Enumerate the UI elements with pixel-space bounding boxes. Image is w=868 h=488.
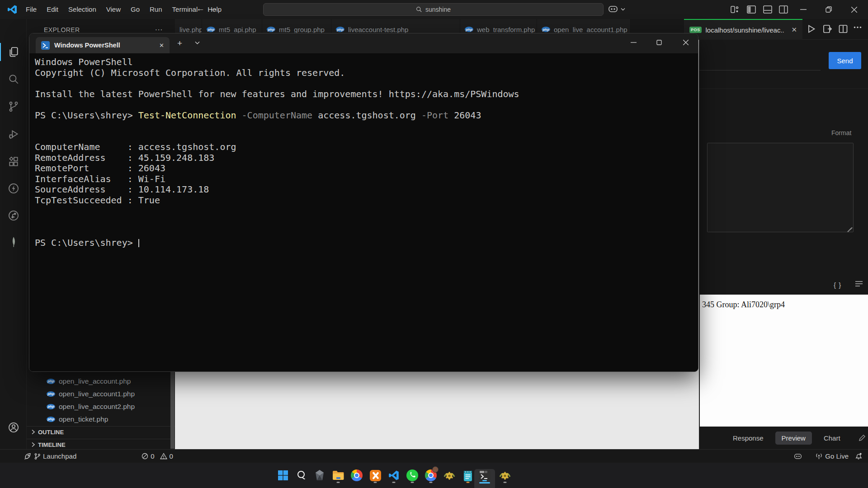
tab-label: mt5_api.php: [219, 26, 256, 33]
file-open-live-account-php[interactable]: php open_live_account.php: [27, 375, 170, 387]
terminal-output[interactable]: Windows PowerShell Copyright (C) Microso…: [29, 53, 698, 371]
menu-file[interactable]: File: [21, 0, 42, 19]
xampp-icon[interactable]: [367, 467, 384, 484]
tab-response[interactable]: Response: [733, 434, 764, 442]
tab-preview[interactable]: Preview: [775, 432, 812, 445]
cmdlet-token: Test-NetConnection: [138, 110, 236, 121]
gear-wings-app2-icon[interactable]: [496, 467, 514, 484]
section-label: TIMELINE: [38, 441, 66, 448]
thunder-client-icon[interactable]: [8, 183, 19, 194]
search-sidebar-icon[interactable]: [8, 73, 19, 85]
warnings-count: 0: [170, 452, 173, 460]
extensions-icon[interactable]: [8, 156, 19, 168]
run-debug-icon[interactable]: [8, 128, 19, 140]
format-json-icon[interactable]: { }: [834, 281, 841, 289]
toggle-panel-icon[interactable]: [763, 5, 772, 14]
format-label[interactable]: Format: [831, 129, 851, 136]
notifications-bell-icon[interactable]: [852, 450, 865, 463]
terminal-maximize-button[interactable]: [649, 33, 670, 52]
go-live-label: Go Live: [825, 452, 849, 460]
go-live-button[interactable]: Go Live: [812, 450, 852, 463]
menu-bar: File Edit Selection View Go Run Terminal…: [21, 0, 226, 19]
activity-bar: [0, 19, 27, 449]
resize-grip-icon[interactable]: [849, 227, 852, 230]
search-input[interactable]: sunshine: [263, 3, 604, 16]
send-button[interactable]: Send: [829, 52, 861, 69]
whatsapp-icon[interactable]: [404, 467, 421, 484]
start-button[interactable]: [274, 467, 292, 484]
nav-forward-icon[interactable]: →: [209, 4, 218, 14]
rest-client-panel: Send Format { } 345 Group: Ali7020\grp4 …: [699, 40, 868, 449]
file-open-ticket-php[interactable]: php open_ticket.php: [27, 413, 170, 425]
powershell-window[interactable]: Windows PowerShell ✕ + Windows PowerShel…: [29, 33, 698, 372]
powershell-icon: [41, 41, 50, 50]
edit-pen-icon[interactable]: [859, 435, 865, 441]
php-file-icon: php: [267, 27, 275, 32]
terminal-titlebar[interactable]: Windows PowerShell ✕ +: [29, 33, 698, 53]
problems-status[interactable]: 0 0: [138, 450, 176, 463]
menu-view[interactable]: View: [101, 0, 126, 19]
chrome-profile-icon[interactable]: [422, 467, 439, 484]
menu-edit[interactable]: Edit: [42, 0, 63, 19]
launchpad-label: Launchpad: [43, 452, 76, 460]
window-minimize-button[interactable]: [793, 0, 814, 19]
param-token: -ComputerName: [242, 110, 313, 121]
menu-lines-icon[interactable]: [855, 281, 863, 286]
graph-extension-icon[interactable]: [8, 210, 19, 221]
open-in-editor-icon[interactable]: [823, 24, 832, 33]
explorer-more-icon[interactable]: ...: [155, 23, 163, 33]
run-request-icon[interactable]: [807, 24, 816, 33]
new-tab-icon[interactable]: +: [177, 38, 182, 48]
terminal-close-button[interactable]: [675, 33, 696, 52]
scrollbar[interactable]: [170, 372, 175, 449]
accounts-icon[interactable]: [8, 422, 19, 433]
source-control-icon[interactable]: [8, 101, 19, 113]
request-body-textarea[interactable]: [707, 143, 854, 232]
terminal-tab-title: Windows PowerShell: [54, 42, 120, 49]
split-editor-icon[interactable]: [839, 24, 848, 33]
taskbar-search-icon[interactable]: [293, 467, 310, 484]
close-icon[interactable]: ✕: [159, 42, 164, 49]
url-input[interactable]: [699, 70, 821, 70]
window-restore-button[interactable]: [818, 0, 839, 19]
desktop: File Edit Selection View Go Run Terminal…: [0, 0, 868, 488]
terminal-minimize-button[interactable]: [623, 33, 644, 52]
menu-selection[interactable]: Selection: [63, 0, 101, 19]
toggle-secondary-sidebar-icon[interactable]: [779, 5, 788, 14]
menu-run[interactable]: Run: [145, 0, 167, 19]
php-file-icon: php: [47, 379, 55, 384]
window-close-button[interactable]: [844, 0, 864, 19]
mongodb-icon[interactable]: [8, 236, 19, 248]
file-open-live-account2-php[interactable]: php open_live_account2.php: [27, 400, 170, 413]
tab-rest-request[interactable]: POS localhost/sunshine/liveac.. ✕: [684, 19, 802, 40]
response-text: 345 Group: Ali7020\grp4: [702, 300, 785, 310]
file-open-live-account1-php[interactable]: php open_live_account1.php: [27, 388, 170, 400]
file-explorer-icon[interactable]: [330, 467, 347, 484]
timeline-section[interactable]: TIMELINE: [27, 439, 175, 450]
php-file-icon: php: [47, 404, 55, 409]
terminal-line: RemoteAddress : 45.159.248.183: [35, 153, 698, 164]
terminal-tab[interactable]: Windows PowerShell ✕: [36, 37, 170, 53]
gear-wings-app-icon[interactable]: [441, 467, 458, 484]
close-icon[interactable]: ✕: [791, 26, 797, 34]
launchpad-status[interactable]: Launchpad: [21, 450, 80, 463]
outline-section[interactable]: OUTLINE: [27, 426, 175, 437]
broadcast-icon: [815, 452, 823, 460]
obsidian-app-icon[interactable]: [311, 467, 328, 484]
tab-dropdown-icon[interactable]: [195, 41, 200, 45]
tab-chart[interactable]: Chart: [824, 434, 840, 442]
more-actions-icon[interactable]: [854, 26, 862, 28]
toggle-sidebar-icon[interactable]: [747, 5, 756, 14]
param-token: -Port: [421, 110, 448, 121]
explorer-icon[interactable]: [8, 46, 19, 58]
copilot-status[interactable]: [790, 450, 806, 463]
php-file-icon: php: [336, 27, 344, 32]
customize-layout-icon[interactable]: [731, 5, 740, 14]
nav-back-icon[interactable]: ←: [196, 4, 205, 14]
vscode-taskbar-icon[interactable]: [385, 467, 402, 484]
copilot-button[interactable]: [608, 5, 625, 14]
terminal-taskbar-icon[interactable]: [476, 467, 493, 484]
chrome-icon[interactable]: [348, 467, 365, 484]
menu-go[interactable]: Go: [126, 0, 145, 19]
file-label: open_live_account2.php: [59, 403, 135, 411]
